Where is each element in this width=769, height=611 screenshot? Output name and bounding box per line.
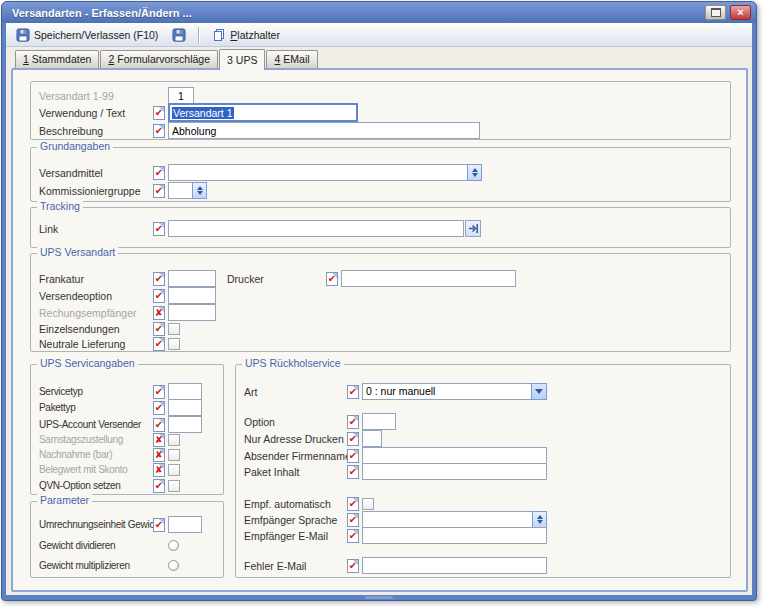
nachnahme-checkbox[interactable]: [168, 449, 180, 461]
frankatur-input[interactable]: [168, 270, 216, 287]
check-flag-icon[interactable]: ✔: [153, 222, 165, 236]
check-flag-icon[interactable]: ✔: [153, 337, 165, 351]
group-title: Parameter: [37, 494, 92, 506]
beschreibung-input[interactable]: [168, 122, 480, 139]
option-input[interactable]: [362, 413, 396, 430]
kommissioniergruppe-input[interactable]: [168, 182, 192, 199]
ups-rueckholservice-group: UPS Rückholservice Art ✔ 0 : nur manuell…: [235, 364, 731, 578]
versandart-input[interactable]: [168, 87, 194, 104]
check-flag-icon[interactable]: ✔: [153, 289, 165, 303]
belegwert-label: Belegwert mit Skonto: [39, 464, 153, 475]
empfaenger-email-input[interactable]: [362, 527, 547, 544]
toolbar-separator: [198, 27, 200, 43]
x-flag-icon[interactable]: ✘: [153, 306, 165, 320]
save-exit-label: Speichern/Verlassen (F10): [34, 29, 158, 41]
art-label: Art: [244, 386, 347, 398]
empfaenger-sprache-label: Emfpänger Sprache: [244, 514, 347, 526]
empfaenger-sprache-combo: [362, 511, 547, 528]
drucker-input[interactable]: [341, 270, 516, 287]
check-flag-icon[interactable]: ✔: [153, 124, 165, 138]
neutrale-lieferung-checkbox[interactable]: [168, 338, 180, 350]
empfaenger-sprache-input[interactable]: [362, 511, 532, 528]
maximize-icon: [711, 8, 721, 17]
check-flag-icon[interactable]: ✔: [347, 449, 359, 463]
platzhalter-label: Platzhalter: [230, 29, 280, 41]
x-flag-icon[interactable]: ✘: [153, 448, 165, 462]
selected-text: Versandart 1: [172, 107, 234, 119]
belegwert-checkbox[interactable]: [168, 464, 180, 476]
tab-ups[interactable]: 3UPS: [219, 49, 265, 70]
absender-firmenname-input[interactable]: [362, 447, 547, 464]
dropdown-arrow-icon[interactable]: [531, 383, 547, 400]
check-flag-icon[interactable]: ✔: [347, 497, 359, 511]
x-flag-icon[interactable]: ✘: [153, 463, 165, 477]
fehler-email-input[interactable]: [362, 557, 547, 574]
check-flag-icon[interactable]: ✔: [153, 166, 165, 180]
save-button[interactable]: [166, 25, 192, 45]
check-flag-icon[interactable]: ✔: [347, 559, 359, 573]
umrechnungseinheit-input[interactable]: [168, 516, 202, 533]
check-flag-icon[interactable]: ✔: [347, 513, 359, 527]
verwendung-label: Verwendung / Text: [39, 107, 153, 119]
check-flag-icon[interactable]: ✔: [153, 106, 165, 120]
open-link-button[interactable]: [465, 220, 481, 237]
servicetyp-input[interactable]: [168, 383, 202, 400]
close-button[interactable]: ×: [730, 5, 751, 20]
save-icon: [16, 28, 30, 42]
x-flag-icon[interactable]: ✘: [153, 433, 165, 447]
link-label: Link: [39, 223, 153, 235]
check-flag-icon[interactable]: ✔: [347, 385, 359, 399]
check-flag-icon[interactable]: ✔: [153, 401, 165, 415]
nur-adresse-label: Nur Adresse Drucken: [244, 433, 347, 445]
spinner-button[interactable]: [467, 164, 482, 181]
paket-inhalt-input[interactable]: [362, 463, 547, 480]
parameter-group: Parameter Umrechnungseinheit Gewicht ✔ G…: [30, 501, 224, 578]
empf-automatisch-checkbox[interactable]: [362, 498, 374, 510]
option-label: Option: [244, 416, 347, 428]
art-dropdown[interactable]: 0 : nur manuell: [362, 383, 547, 400]
tabstrip: 1Stammdaten 2Formularvorschläge 3UPS 4EM…: [6, 47, 752, 68]
einzelsendungen-checkbox[interactable]: [168, 323, 180, 335]
check-flag-icon[interactable]: ✔: [153, 272, 165, 286]
check-flag-icon[interactable]: ✔: [326, 272, 338, 286]
gewicht-multiplizieren-radio[interactable]: [168, 560, 179, 571]
check-flag-icon[interactable]: ✔: [347, 529, 359, 543]
tab-email[interactable]: 4EMail: [266, 50, 317, 68]
grundangaben-group: Grundangaben Versandmittel ✔ Kommissioni…: [30, 147, 731, 202]
platzhalter-button[interactable]: Platzhalter: [206, 25, 286, 45]
spinner-button[interactable]: [192, 182, 207, 199]
group-title: UPS Versandart: [37, 246, 118, 258]
check-flag-icon[interactable]: ✔: [153, 418, 165, 432]
save-exit-button[interactable]: Speichern/Verlassen (F10): [10, 25, 164, 45]
link-input[interactable]: [168, 220, 464, 237]
window-controls: ×: [705, 5, 751, 20]
nur-adresse-input[interactable]: [362, 430, 382, 447]
check-flag-icon[interactable]: ✔: [153, 385, 165, 399]
samstagszustellung-label: Samstagszustellung: [39, 434, 153, 445]
check-flag-icon[interactable]: ✔: [347, 432, 359, 446]
drucker-label: Drucker: [227, 273, 326, 285]
check-flag-icon[interactable]: ✔: [153, 322, 165, 336]
versendeoption-input[interactable]: [168, 287, 216, 304]
pakettyp-input[interactable]: [168, 399, 202, 416]
maximize-button[interactable]: [705, 5, 726, 20]
close-icon: ×: [737, 7, 743, 18]
neutrale-lieferung-label: Neutrale Lieferung: [39, 338, 153, 350]
window-title: Versandarten - Erfassen/Ändern ...: [12, 7, 192, 19]
samstagszustellung-checkbox[interactable]: [168, 434, 180, 446]
rechnungsempfaenger-input[interactable]: [168, 304, 216, 321]
tab-formularvorschlaege[interactable]: 2Formularvorschläge: [100, 50, 218, 68]
spinner-button[interactable]: [532, 511, 547, 528]
verwendung-input[interactable]: Versandart 1: [168, 103, 358, 122]
frankatur-label: Frankatur: [39, 273, 153, 285]
check-flag-icon[interactable]: ✔: [347, 465, 359, 479]
tab-stammdaten[interactable]: 1Stammdaten: [15, 50, 99, 68]
check-flag-icon[interactable]: ✔: [153, 184, 165, 198]
pakettyp-label: Pakettyp: [39, 402, 153, 413]
check-flag-icon[interactable]: ✔: [153, 518, 165, 532]
gewicht-dividieren-radio[interactable]: [168, 540, 179, 551]
check-flag-icon[interactable]: ✔: [347, 415, 359, 429]
check-flag-icon[interactable]: ✔: [153, 479, 165, 493]
qvn-option-checkbox[interactable]: [168, 480, 180, 492]
versandmittel-input[interactable]: [168, 164, 467, 181]
